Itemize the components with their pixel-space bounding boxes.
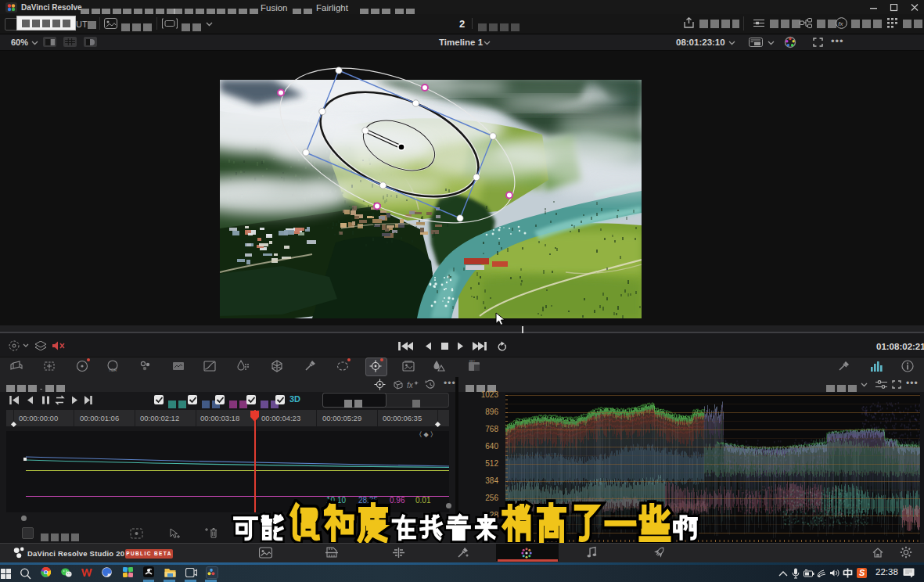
svg-text:HDR: HDR (110, 368, 117, 372)
svg-text:fx: fx (407, 381, 414, 390)
svg-text:KEY: KEY (469, 360, 476, 363)
svg-text:fx: fx (838, 20, 843, 27)
